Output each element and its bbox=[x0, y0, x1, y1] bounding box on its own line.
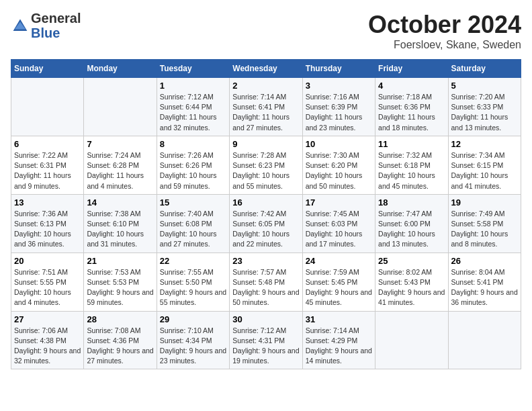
calendar-cell: 26Sunrise: 8:04 AMSunset: 5:41 PMDayligh… bbox=[448, 253, 521, 311]
day-info: Sunrise: 7:36 AMSunset: 6:13 PMDaylight:… bbox=[14, 209, 81, 250]
day-info: Sunrise: 7:40 AMSunset: 6:08 PMDaylight:… bbox=[160, 209, 226, 250]
calendar-week-row: 20Sunrise: 7:51 AMSunset: 5:55 PMDayligh… bbox=[11, 253, 521, 311]
day-number: 12 bbox=[451, 139, 518, 149]
calendar-cell: 10Sunrise: 7:30 AMSunset: 6:20 PMDayligh… bbox=[302, 136, 375, 194]
calendar-cell bbox=[448, 311, 521, 369]
day-number: 28 bbox=[87, 314, 153, 324]
calendar-cell: 28Sunrise: 7:08 AMSunset: 4:36 PMDayligh… bbox=[84, 311, 157, 369]
calendar-cell: 25Sunrise: 8:02 AMSunset: 5:43 PMDayligh… bbox=[375, 253, 448, 311]
calendar-week-row: 1Sunrise: 7:12 AMSunset: 6:44 PMDaylight… bbox=[11, 78, 521, 136]
calendar-cell: 23Sunrise: 7:57 AMSunset: 5:48 PMDayligh… bbox=[230, 253, 302, 311]
day-info: Sunrise: 7:14 AMSunset: 6:41 PMDaylight:… bbox=[232, 92, 299, 133]
calendar-table: SundayMondayTuesdayWednesdayThursdayFrid… bbox=[11, 59, 521, 369]
day-info: Sunrise: 7:38 AMSunset: 6:10 PMDaylight:… bbox=[87, 209, 153, 250]
calendar-cell: 5Sunrise: 7:20 AMSunset: 6:33 PMDaylight… bbox=[448, 78, 521, 136]
logo-general-text: General bbox=[31, 11, 81, 26]
calendar-subtitle: Foersloev, Skane, Sweden bbox=[368, 39, 521, 51]
day-info: Sunrise: 7:20 AMSunset: 6:33 PMDaylight:… bbox=[451, 92, 518, 133]
day-number: 22 bbox=[160, 256, 226, 266]
day-number: 18 bbox=[378, 197, 445, 208]
day-number: 6 bbox=[14, 139, 81, 149]
day-number: 29 bbox=[160, 314, 226, 324]
calendar-cell: 29Sunrise: 7:10 AMSunset: 4:34 PMDayligh… bbox=[157, 311, 229, 369]
day-number: 2 bbox=[232, 81, 299, 91]
logo-blue-text: Blue bbox=[31, 26, 60, 40]
calendar-week-row: 13Sunrise: 7:36 AMSunset: 6:13 PMDayligh… bbox=[11, 194, 521, 253]
day-info: Sunrise: 7:06 AMSunset: 4:38 PMDaylight:… bbox=[14, 326, 81, 367]
day-header-thursday: Thursday bbox=[302, 60, 375, 78]
day-number: 31 bbox=[306, 314, 372, 324]
day-header-wednesday: Wednesday bbox=[230, 60, 302, 78]
calendar-cell: 27Sunrise: 7:06 AMSunset: 4:38 PMDayligh… bbox=[11, 311, 84, 369]
day-number: 4 bbox=[378, 81, 445, 91]
calendar-cell: 18Sunrise: 7:47 AMSunset: 6:00 PMDayligh… bbox=[375, 194, 448, 253]
day-header-tuesday: Tuesday bbox=[157, 60, 229, 78]
calendar-week-row: 27Sunrise: 7:06 AMSunset: 4:38 PMDayligh… bbox=[11, 311, 521, 369]
day-number: 17 bbox=[306, 197, 372, 208]
day-number: 24 bbox=[306, 256, 372, 266]
calendar-cell: 9Sunrise: 7:28 AMSunset: 6:23 PMDaylight… bbox=[230, 136, 302, 194]
day-info: Sunrise: 7:26 AMSunset: 6:26 PMDaylight:… bbox=[160, 150, 226, 191]
calendar-cell: 19Sunrise: 7:49 AMSunset: 5:58 PMDayligh… bbox=[448, 194, 521, 253]
day-number: 21 bbox=[87, 256, 153, 266]
day-info: Sunrise: 7:24 AMSunset: 6:28 PMDaylight:… bbox=[87, 150, 153, 191]
day-info: Sunrise: 7:45 AMSunset: 6:03 PMDaylight:… bbox=[306, 209, 372, 250]
calendar-cell: 2Sunrise: 7:14 AMSunset: 6:41 PMDaylight… bbox=[230, 78, 302, 136]
day-info: Sunrise: 7:30 AMSunset: 6:20 PMDaylight:… bbox=[306, 150, 372, 191]
calendar-cell: 7Sunrise: 7:24 AMSunset: 6:28 PMDaylight… bbox=[84, 136, 157, 194]
day-header-friday: Friday bbox=[375, 60, 448, 78]
day-info: Sunrise: 7:32 AMSunset: 6:18 PMDaylight:… bbox=[378, 150, 445, 191]
day-number: 20 bbox=[14, 256, 81, 266]
day-number: 16 bbox=[232, 197, 299, 208]
calendar-cell: 21Sunrise: 7:53 AMSunset: 5:53 PMDayligh… bbox=[84, 253, 157, 311]
day-number: 8 bbox=[160, 139, 226, 149]
calendar-cell: 22Sunrise: 7:55 AMSunset: 5:50 PMDayligh… bbox=[157, 253, 229, 311]
calendar-cell: 17Sunrise: 7:45 AMSunset: 6:03 PMDayligh… bbox=[302, 194, 375, 253]
calendar-cell bbox=[84, 78, 157, 136]
calendar-cell: 30Sunrise: 7:12 AMSunset: 4:31 PMDayligh… bbox=[230, 311, 302, 369]
day-number: 27 bbox=[14, 314, 81, 324]
day-number: 15 bbox=[160, 197, 226, 208]
day-info: Sunrise: 7:28 AMSunset: 6:23 PMDaylight:… bbox=[232, 150, 299, 191]
calendar-header-row: SundayMondayTuesdayWednesdayThursdayFrid… bbox=[11, 60, 521, 78]
calendar-cell: 14Sunrise: 7:38 AMSunset: 6:10 PMDayligh… bbox=[84, 194, 157, 253]
day-info: Sunrise: 7:16 AMSunset: 6:39 PMDaylight:… bbox=[306, 92, 372, 133]
day-number: 10 bbox=[306, 139, 372, 149]
day-number: 26 bbox=[451, 256, 518, 266]
calendar-cell: 11Sunrise: 7:32 AMSunset: 6:18 PMDayligh… bbox=[375, 136, 448, 194]
day-number: 3 bbox=[306, 81, 372, 91]
calendar-cell: 12Sunrise: 7:34 AMSunset: 6:15 PMDayligh… bbox=[448, 136, 521, 194]
page-header: General Blue October 2024 Foersloev, Ska… bbox=[11, 11, 521, 51]
logo-icon bbox=[12, 17, 28, 34]
day-number: 23 bbox=[232, 256, 299, 266]
day-number: 9 bbox=[232, 139, 299, 149]
day-number: 13 bbox=[14, 197, 81, 208]
day-info: Sunrise: 7:59 AMSunset: 5:45 PMDaylight:… bbox=[306, 267, 372, 308]
calendar-cell: 1Sunrise: 7:12 AMSunset: 6:44 PMDaylight… bbox=[157, 78, 229, 136]
day-info: Sunrise: 7:12 AMSunset: 6:44 PMDaylight:… bbox=[160, 92, 226, 133]
calendar-week-row: 6Sunrise: 7:22 AMSunset: 6:31 PMDaylight… bbox=[11, 136, 521, 194]
day-info: Sunrise: 7:14 AMSunset: 4:29 PMDaylight:… bbox=[306, 326, 372, 367]
calendar-cell: 4Sunrise: 7:18 AMSunset: 6:36 PMDaylight… bbox=[375, 78, 448, 136]
calendar-title: October 2024 bbox=[368, 11, 521, 39]
calendar-cell: 31Sunrise: 7:14 AMSunset: 4:29 PMDayligh… bbox=[302, 311, 375, 369]
day-header-sunday: Sunday bbox=[11, 60, 84, 78]
calendar-cell bbox=[11, 78, 84, 136]
day-info: Sunrise: 7:12 AMSunset: 4:31 PMDaylight:… bbox=[232, 326, 299, 367]
logo: General Blue bbox=[11, 11, 81, 40]
day-number: 11 bbox=[378, 139, 445, 149]
calendar-cell: 13Sunrise: 7:36 AMSunset: 6:13 PMDayligh… bbox=[11, 194, 84, 253]
day-info: Sunrise: 7:22 AMSunset: 6:31 PMDaylight:… bbox=[14, 150, 81, 191]
calendar-cell: 8Sunrise: 7:26 AMSunset: 6:26 PMDaylight… bbox=[157, 136, 229, 194]
day-number: 14 bbox=[87, 197, 153, 208]
day-info: Sunrise: 8:02 AMSunset: 5:43 PMDaylight:… bbox=[378, 267, 445, 308]
title-block: October 2024 Foersloev, Skane, Sweden bbox=[368, 11, 521, 51]
day-header-monday: Monday bbox=[84, 60, 157, 78]
calendar-cell: 16Sunrise: 7:42 AMSunset: 6:05 PMDayligh… bbox=[230, 194, 302, 253]
calendar-cell: 20Sunrise: 7:51 AMSunset: 5:55 PMDayligh… bbox=[11, 253, 84, 311]
calendar-cell: 3Sunrise: 7:16 AMSunset: 6:39 PMDaylight… bbox=[302, 78, 375, 136]
day-info: Sunrise: 8:04 AMSunset: 5:41 PMDaylight:… bbox=[451, 267, 518, 308]
calendar-cell: 6Sunrise: 7:22 AMSunset: 6:31 PMDaylight… bbox=[11, 136, 84, 194]
day-info: Sunrise: 7:34 AMSunset: 6:15 PMDaylight:… bbox=[451, 150, 518, 191]
day-info: Sunrise: 7:08 AMSunset: 4:36 PMDaylight:… bbox=[87, 326, 153, 367]
